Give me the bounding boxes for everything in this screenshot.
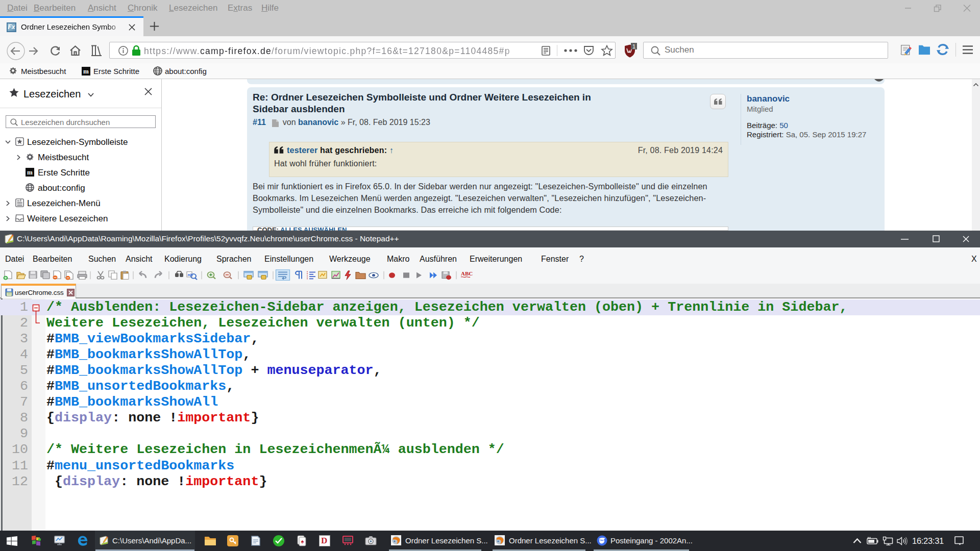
svg-text:ab: ab bbox=[188, 272, 193, 277]
svg-text:ABC: ABC bbox=[461, 271, 473, 277]
svg-text:♠: ♠ bbox=[301, 538, 304, 544]
svg-text:1: 1 bbox=[632, 43, 635, 49]
